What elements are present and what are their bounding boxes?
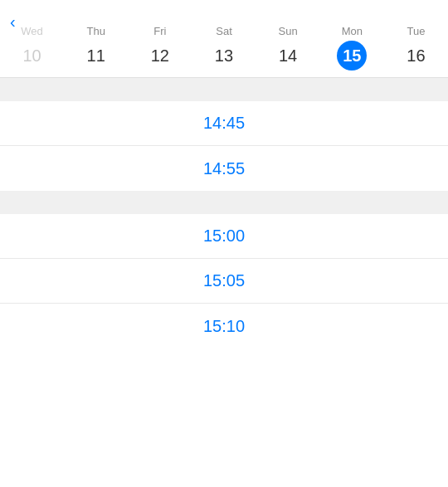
day-col-thu[interactable]: Thu11: [64, 25, 128, 71]
day-name-tue: Tue: [407, 25, 425, 37]
day-number-sun[interactable]: 14: [273, 41, 303, 71]
time-slot-slot-1445[interactable]: 14:45: [0, 101, 448, 146]
day-col-mon[interactable]: Mon15: [320, 25, 384, 71]
time-slot-text: 15:05: [203, 271, 245, 290]
gray-separator-2: [0, 191, 448, 214]
time-slots-group-1: 14:4514:55: [0, 101, 448, 191]
time-slot-slot-1505[interactable]: 15:05: [0, 259, 448, 304]
calendar-section: Wed10Thu11Fri12Sat13Sun14Mon15Tue16: [0, 22, 448, 78]
back-chevron-icon: ‹: [10, 13, 16, 30]
day-name-sun: Sun: [279, 25, 298, 37]
time-slot-text: 15:10: [203, 317, 245, 336]
day-number-tue[interactable]: 16: [401, 41, 431, 71]
day-name-sat: Sat: [216, 25, 232, 37]
time-slot-text: 14:45: [203, 114, 245, 133]
day-number-fri[interactable]: 12: [145, 41, 175, 71]
time-slots-group-2: 15:0015:0515:10: [0, 214, 448, 348]
time-slot-text: 15:00: [203, 226, 245, 246]
day-name-fri: Fri: [153, 25, 166, 37]
day-col-wed[interactable]: Wed10: [0, 25, 64, 71]
day-col-tue[interactable]: Tue16: [384, 25, 448, 71]
day-col-sun[interactable]: Sun14: [256, 25, 320, 71]
day-col-sat[interactable]: Sat13: [192, 25, 256, 71]
gray-separator-1: [0, 78, 448, 101]
day-number-thu[interactable]: 11: [81, 41, 111, 71]
time-slot-slot-1510[interactable]: 15:10: [0, 304, 448, 348]
day-number-mon[interactable]: 15: [337, 41, 367, 71]
day-number-sat[interactable]: 13: [209, 41, 239, 71]
day-name-wed: Wed: [21, 25, 43, 37]
day-name-mon: Mon: [342, 25, 363, 37]
day-headers-row: Wed10Thu11Fri12Sat13Sun14Mon15Tue16: [0, 22, 448, 71]
back-button[interactable]: ‹: [10, 13, 21, 30]
day-name-thu: Thu: [87, 25, 105, 37]
page-header: ‹: [0, 0, 448, 22]
time-slot-slot-1455[interactable]: 14:55: [0, 146, 448, 191]
time-slot-text: 14:55: [203, 159, 245, 178]
day-col-fri[interactable]: Fri12: [128, 25, 192, 71]
time-slot-slot-1500[interactable]: 15:00: [0, 214, 448, 259]
day-number-wed[interactable]: 10: [17, 41, 47, 71]
